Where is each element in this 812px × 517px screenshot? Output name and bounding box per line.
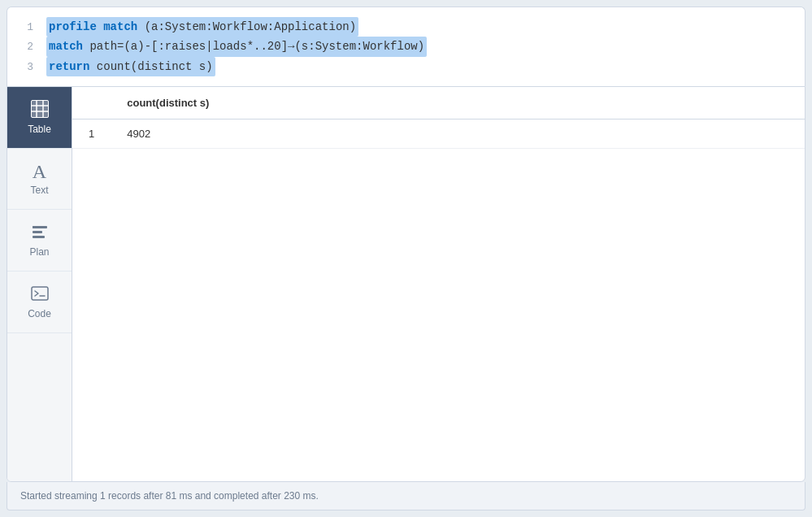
table-header-row: count(distinct s) [72, 87, 805, 119]
code-line-1: 1 profile match (a:System:Workflow:Appli… [20, 17, 792, 37]
sidebar-plan-label: Plan [29, 246, 49, 258]
plan-icon [31, 223, 49, 243]
line-number-3: 3 [20, 59, 33, 76]
sidebar-item-plan[interactable]: Plan [7, 210, 72, 272]
row-number-cell: 1 [72, 119, 111, 149]
content-panel: count(distinct s) 1 4902 [72, 87, 805, 481]
main-container: 1 profile match (a:System:Workflow:Appli… [0, 0, 812, 517]
code-line-3: 3 return count(distinct s) [20, 57, 792, 76]
text-icon: A [33, 162, 46, 181]
svg-rect-8 [33, 236, 45, 238]
svg-rect-11 [32, 287, 48, 300]
svg-rect-0 [31, 100, 49, 118]
svg-rect-9 [33, 226, 35, 228]
table-icon [31, 100, 49, 120]
sidebar-code-label: Code [28, 308, 51, 319]
sidebar-text-label: Text [30, 185, 48, 196]
status-message: Started streaming 1 records after 81 ms … [20, 490, 319, 502]
code-text-1: profile match (a:System:Workflow:Applica… [46, 17, 358, 37]
sidebar-table-label: Table [28, 124, 51, 135]
code-icon [31, 285, 49, 305]
results-table: count(distinct s) 1 4902 [72, 87, 805, 149]
code-text-3: return count(distinct s) [46, 57, 215, 76]
code-text-2: match path=(a)-[:raises|loads*..20]→(s:S… [46, 37, 427, 56]
line3-highlight: return count(distinct s) [46, 57, 215, 76]
result-area: Table A Text Plan [7, 86, 805, 482]
column-header-count: count(distinct s) [111, 87, 805, 119]
code-lines: 1 profile match (a:System:Workflow:Appli… [20, 17, 792, 76]
line-number-2: 2 [20, 39, 33, 56]
sidebar: Table A Text Plan [7, 87, 72, 481]
line2-highlight: match path=(a)-[:raises|loads*..20]→(s:S… [46, 37, 427, 56]
line-number-1: 1 [20, 20, 33, 37]
table-row: 1 4902 [72, 119, 805, 149]
status-bar: Started streaming 1 records after 81 ms … [7, 482, 805, 510]
sidebar-item-code[interactable]: Code [7, 272, 72, 333]
editor-area[interactable]: 1 profile match (a:System:Workflow:Appli… [7, 7, 805, 86]
sidebar-item-text[interactable]: A Text [7, 149, 72, 210]
row-number-header [72, 87, 111, 119]
sidebar-item-table[interactable]: Table [7, 87, 72, 149]
value-cell: 4902 [111, 119, 805, 149]
svg-rect-10 [36, 231, 38, 233]
code-line-2: 2 match path=(a)-[:raises|loads*..20]→(s… [20, 37, 792, 56]
line1-highlight: profile match (a:System:Workflow:Applica… [46, 17, 358, 37]
